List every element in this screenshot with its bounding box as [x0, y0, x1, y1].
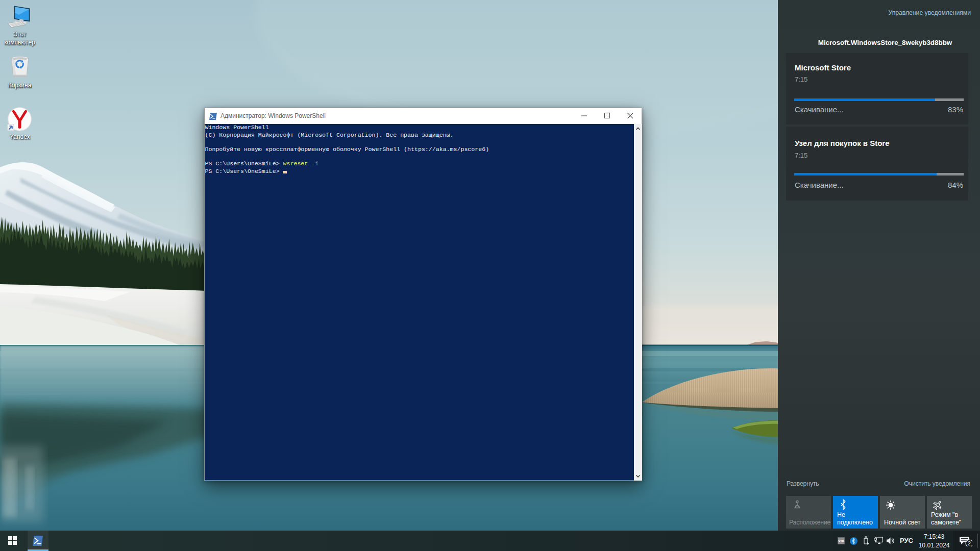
svg-text:2: 2	[968, 540, 971, 546]
